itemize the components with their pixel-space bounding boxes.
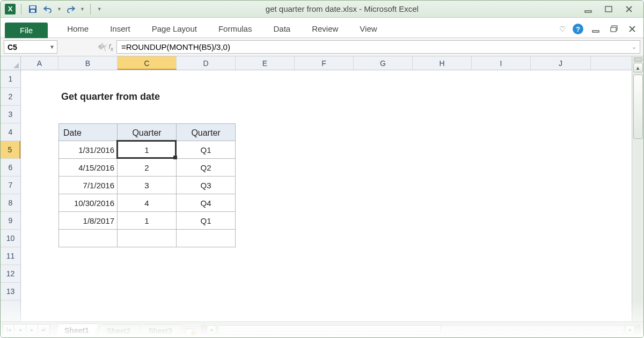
row-header-7[interactable]: 7	[1, 177, 20, 194]
name-box-value: C5	[8, 43, 17, 52]
tab-formulas[interactable]: Formulas	[208, 21, 263, 38]
sheet-tab-2[interactable]: Sheet2	[98, 324, 140, 337]
tab-split-handle[interactable]	[201, 325, 206, 335]
tab-view[interactable]: View	[349, 21, 387, 38]
scroll-up-button[interactable]: ▲	[633, 63, 643, 72]
cell-quarter-label[interactable]: Q1	[177, 141, 236, 159]
row-header-5[interactable]: 5	[1, 141, 20, 159]
hscroll-thumb[interactable]	[218, 325, 441, 335]
window-title: get quarter from date.xlsx - Microsoft E…	[102, 4, 582, 13]
cell-date[interactable]: 7/1/2016	[58, 177, 118, 194]
tab-home[interactable]: Home	[56, 21, 99, 38]
cell-title[interactable]: Get quarter from date	[58, 88, 236, 106]
chevron-down-icon[interactable]: ▼	[49, 44, 55, 50]
column-header-G[interactable]: G	[354, 56, 413, 70]
row-header-8[interactable]: 8	[1, 194, 20, 212]
tab-file[interactable]: File	[5, 23, 48, 38]
workbook-restore-button[interactable]	[608, 24, 620, 34]
header-quarter-2[interactable]: Quarter	[177, 123, 236, 141]
cell-date[interactable]: 4/15/2016	[58, 159, 118, 177]
cell-quarter[interactable]: 1	[118, 141, 177, 159]
name-box[interactable]: C5 ▼	[4, 40, 57, 54]
row-header-13[interactable]: 13	[1, 283, 20, 300]
column-header-B[interactable]: B	[58, 56, 118, 70]
column-header-E[interactable]: E	[236, 56, 295, 70]
column-header-F[interactable]: F	[295, 56, 354, 70]
minimize-button[interactable]	[582, 4, 594, 14]
cell-quarter[interactable]: 2	[118, 159, 177, 177]
fx-icon[interactable]: fx	[108, 42, 113, 52]
formula-expand-icon[interactable]: ⌄	[632, 43, 636, 50]
maximize-button[interactable]	[603, 4, 614, 14]
sheet-tab-1[interactable]: Sheet1	[55, 324, 98, 337]
vertical-scrollbar[interactable]: ▲	[632, 56, 643, 321]
workbook-minimize-button[interactable]	[590, 24, 602, 34]
svg-rect-4	[605, 6, 612, 12]
first-sheet-button[interactable]: I◂	[3, 324, 14, 336]
cell-quarter[interactable]: 4	[118, 194, 177, 212]
column-header-H[interactable]: H	[413, 56, 472, 70]
cell-date[interactable]: 1/31/2016	[58, 141, 118, 159]
worksheet-grid[interactable]: ABCDEFGHIJ 12345678910111213 Get quarter…	[1, 56, 632, 321]
cell-quarter[interactable]: 3	[118, 177, 177, 194]
tab-data[interactable]: Data	[262, 21, 301, 38]
workbook-close-button[interactable]	[626, 24, 638, 34]
column-header-I[interactable]: I	[472, 56, 531, 70]
excel-logo-icon: X	[5, 4, 16, 14]
next-sheet-button[interactable]: ▸	[26, 324, 38, 336]
row-header-9[interactable]: 9	[1, 212, 20, 230]
cell-quarter-label[interactable]: Q2	[177, 159, 236, 177]
status-bar: I◂ ◂ ▸ ▸I Sheet1 Sheet2 Sheet3 ◂ ▸	[1, 321, 643, 337]
tab-review[interactable]: Review	[301, 21, 349, 38]
svg-rect-2	[31, 10, 35, 12]
row-header-1[interactable]: 1	[1, 70, 20, 88]
cell-quarter[interactable]: 1	[118, 212, 177, 230]
redo-button[interactable]	[65, 3, 77, 15]
tab-insert[interactable]: Insert	[99, 21, 141, 38]
title-bar: X ▼ ▼ ▼ get quarter from date.xlsx - Mic…	[1, 1, 643, 18]
save-button[interactable]	[27, 3, 39, 15]
cell-quarter-label[interactable]: Q4	[177, 194, 236, 212]
cell-quarter-label[interactable]: Q1	[177, 212, 236, 230]
split-handle[interactable]	[634, 57, 642, 62]
cell-date[interactable]: 1/8/2017	[58, 212, 118, 230]
svg-rect-7	[611, 27, 616, 32]
column-header-D[interactable]: D	[177, 56, 236, 70]
cell-empty[interactable]	[118, 230, 177, 247]
close-button[interactable]	[623, 4, 635, 14]
column-header-J[interactable]: J	[531, 56, 591, 70]
svg-rect-3	[585, 11, 591, 12]
svg-rect-1	[30, 6, 35, 9]
scroll-left-button[interactable]: ◂	[207, 325, 216, 335]
row-header-11[interactable]: 11	[1, 247, 20, 265]
new-sheet-button[interactable]	[183, 327, 198, 337]
cell-empty[interactable]	[177, 230, 236, 247]
cell-quarter-label[interactable]: Q3	[177, 177, 236, 194]
cell-date[interactable]: 10/30/2016	[58, 194, 118, 212]
formula-bar: C5 ▼ �(fx =ROUNDUP(MONTH(B5)/3,0) ⌄	[1, 38, 643, 56]
row-header-10[interactable]: 10	[1, 230, 20, 247]
header-date[interactable]: Date	[58, 123, 118, 141]
formula-input[interactable]: =ROUNDUP(MONTH(B5)/3,0) ⌄	[116, 40, 640, 54]
help-button[interactable]: ?	[573, 24, 583, 34]
row-header-3[interactable]: 3	[1, 106, 20, 123]
last-sheet-button[interactable]: ▸I	[38, 324, 50, 336]
row-header-6[interactable]: 6	[1, 159, 20, 177]
cell-empty[interactable]	[58, 230, 118, 247]
scroll-thumb[interactable]	[633, 75, 643, 139]
header-quarter-1[interactable]: Quarter	[118, 123, 177, 141]
horizontal-scrollbar[interactable]: ◂ ▸	[198, 325, 643, 335]
scroll-right-button[interactable]: ▸	[625, 325, 635, 335]
row-header-2[interactable]: 2	[1, 88, 20, 106]
column-header-A[interactable]: A	[21, 56, 58, 70]
tab-page-layout[interactable]: Page Layout	[141, 21, 208, 38]
select-all-corner[interactable]	[1, 56, 21, 70]
row-header-12[interactable]: 12	[1, 265, 20, 283]
row-header-4[interactable]: 4	[1, 123, 20, 141]
ribbon-minimize-icon[interactable]: ♡	[559, 25, 566, 33]
split-handle-h[interactable]	[636, 325, 640, 335]
undo-button[interactable]	[42, 3, 54, 15]
sheet-tab-3[interactable]: Sheet3	[139, 324, 181, 337]
column-header-C[interactable]: C	[118, 56, 177, 70]
prev-sheet-button[interactable]: ◂	[14, 324, 26, 336]
